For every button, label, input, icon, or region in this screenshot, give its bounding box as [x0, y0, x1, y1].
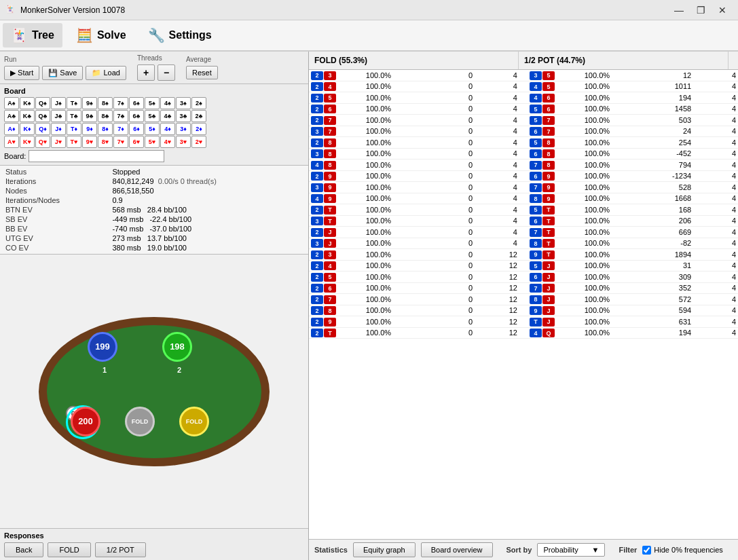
table-row[interactable]: 2 8 100.0% 0 4 5 8 100.0% 254 4 [309, 137, 738, 149]
card-6h[interactable]: 6♥ [129, 136, 144, 148]
card-kc[interactable]: K♣ [20, 110, 35, 122]
menu-item-settings[interactable]: 🔧 Settings [140, 23, 220, 48]
card-kh[interactable]: K♥ [20, 136, 35, 148]
card-tc[interactable]: T♣ [67, 110, 81, 122]
hand-left[interactable]: 3 9 [309, 182, 364, 193]
card-4h[interactable]: 4♥ [160, 136, 175, 148]
card-ad[interactable]: A♦ [4, 123, 19, 135]
table-row[interactable]: 2 5 100.0% 0 4 4 6 100.0% 194 4 [309, 92, 738, 104]
back-button[interactable]: Back [4, 542, 43, 557]
card-3c[interactable]: 3♣ [176, 110, 191, 122]
restore-button[interactable]: ❐ [690, 3, 711, 17]
card-4d[interactable]: 4♦ [160, 123, 175, 135]
card-td[interactable]: T♦ [67, 123, 81, 135]
menu-item-tree[interactable]: 🃏 Tree [3, 23, 62, 48]
fold-button[interactable]: FOLD [48, 542, 90, 557]
hand-right[interactable]: 7 9 [528, 182, 583, 193]
card-7s[interactable]: 7♠ [113, 97, 128, 109]
card-js[interactable]: J♠ [51, 97, 66, 109]
card-9s[interactable]: 9♠ [82, 97, 97, 109]
card-5c[interactable]: 5♣ [145, 110, 160, 122]
hand-left[interactable]: 3 7 [309, 126, 364, 137]
card-8h[interactable]: 8♥ [98, 136, 113, 148]
hand-right[interactable]: 6 7 [528, 126, 583, 137]
card-qc[interactable]: Q♣ [35, 110, 50, 122]
hand-right[interactable]: 7 J [528, 282, 583, 294]
card-qh[interactable]: Q♥ [35, 136, 50, 148]
table-row[interactable]: 2 9 100.0% 0 4 6 9 100.0% -1234 4 [309, 170, 738, 182]
hand-right[interactable]: 7 T [528, 227, 583, 238]
hand-left[interactable]: 2 3 [309, 70, 364, 81]
menu-item-solve[interactable]: 🧮 Solve [68, 23, 134, 48]
card-2d[interactable]: 2♦ [191, 123, 206, 135]
card-kd[interactable]: K♦ [20, 123, 35, 135]
hand-right[interactable]: 6 T [528, 215, 583, 227]
card-7d[interactable]: 7♦ [113, 123, 128, 135]
card-qs[interactable]: Q♠ [35, 97, 50, 109]
card-9d[interactable]: 9♦ [82, 123, 97, 135]
table-row[interactable]: 2 T 100.0% 0 12 4 Q 100.0% 194 4 [309, 327, 738, 339]
board-input[interactable] [29, 150, 164, 162]
hide-zero-checkbox[interactable] [642, 546, 651, 555]
save-button[interactable]: 💾 Save [42, 66, 83, 80]
card-6d[interactable]: 6♦ [129, 123, 144, 135]
card-3d[interactable]: 3♦ [176, 123, 191, 135]
hand-left[interactable]: 4 9 [309, 193, 364, 204]
card-th[interactable]: T♥ [67, 136, 81, 148]
hand-right[interactable]: 8 T [528, 238, 583, 249]
card-9c[interactable]: 9♣ [82, 110, 97, 122]
hand-left[interactable]: 2 4 [309, 260, 364, 272]
hand-left[interactable]: 2 7 [309, 115, 364, 126]
card-2c[interactable]: 2♣ [191, 110, 206, 122]
card-9h[interactable]: 9♥ [82, 136, 97, 148]
hand-right[interactable]: 8 9 [528, 193, 583, 204]
card-7h[interactable]: 7♥ [113, 136, 128, 148]
hand-right[interactable]: 6 8 [528, 148, 583, 160]
hand-right[interactable]: 7 8 [528, 160, 583, 171]
table-row[interactable]: 2 T 100.0% 0 4 5 T 100.0% 168 4 [309, 204, 738, 216]
hand-left[interactable]: 2 7 [309, 294, 364, 305]
hand-left[interactable]: 2 5 [309, 272, 364, 283]
table-row[interactable]: 2 8 100.0% 0 12 9 J 100.0% 594 4 [309, 305, 738, 316]
threads-plus-button[interactable]: + [137, 64, 155, 81]
hand-left[interactable]: 2 9 [309, 316, 364, 328]
hand-left[interactable]: 2 8 [309, 137, 364, 149]
card-qd[interactable]: Q♦ [35, 123, 50, 135]
hide-zero-label[interactable]: Hide 0% frequencies [642, 546, 723, 555]
threads-minus-button[interactable]: − [158, 64, 175, 81]
table-row[interactable]: 2 J 100.0% 0 4 7 T 100.0% 669 4 [309, 227, 738, 238]
hand-right[interactable]: 5 8 [528, 137, 583, 149]
table-row[interactable]: 3 T 100.0% 0 4 6 T 100.0% 206 4 [309, 215, 738, 227]
card-as[interactable]: A♠ [4, 97, 19, 109]
table-row[interactable]: 2 6 100.0% 0 12 7 J 100.0% 352 4 [309, 282, 738, 294]
table-row[interactable]: 2 7 100.0% 0 4 5 7 100.0% 503 4 [309, 115, 738, 126]
hand-right[interactable]: 5 J [528, 260, 583, 272]
card-3h[interactable]: 3♥ [176, 136, 191, 148]
card-ts[interactable]: T♠ [67, 97, 81, 109]
chip-3[interactable]: 200 [71, 407, 100, 436]
hand-right[interactable]: 9 T [528, 249, 583, 261]
card-4s[interactable]: 4♠ [160, 97, 175, 109]
table-row[interactable]: 3 9 100.0% 0 4 7 9 100.0% 528 4 [309, 182, 738, 193]
chip-4[interactable]: FOLD [125, 407, 155, 436]
hand-right[interactable]: 5 6 [528, 103, 583, 115]
chip-5[interactable]: FOLD [179, 407, 209, 436]
start-button[interactable]: ▶ Start [4, 66, 39, 80]
hand-left[interactable]: 2 8 [309, 305, 364, 316]
hand-left[interactable]: 2 3 [309, 249, 364, 261]
hand-left[interactable]: 2 6 [309, 282, 364, 294]
hand-left[interactable]: 2 5 [309, 92, 364, 104]
table-row[interactable]: 3 8 100.0% 0 4 6 8 100.0% -452 4 [309, 148, 738, 160]
data-table-container[interactable]: 2 3 100.0% 0 4 3 5 100.0% 12 4 2 4 100.0… [309, 70, 738, 539]
table-row[interactable]: 4 9 100.0% 0 4 8 9 100.0% 1668 4 [309, 193, 738, 204]
card-7c[interactable]: 7♣ [113, 110, 128, 122]
card-jh[interactable]: J♥ [51, 136, 66, 148]
table-row[interactable]: 2 9 100.0% 0 12 T J 100.0% 631 4 [309, 316, 738, 328]
hand-right[interactable]: T J [528, 316, 583, 328]
hand-left[interactable]: 2 J [309, 227, 364, 238]
table-row[interactable]: 2 4 100.0% 0 4 4 5 100.0% 1011 4 [309, 81, 738, 92]
hand-left[interactable]: 2 T [309, 204, 364, 216]
hand-right[interactable]: 4 6 [528, 92, 583, 104]
hand-left[interactable]: 2 6 [309, 103, 364, 115]
reset-button[interactable]: Reset [186, 66, 218, 79]
